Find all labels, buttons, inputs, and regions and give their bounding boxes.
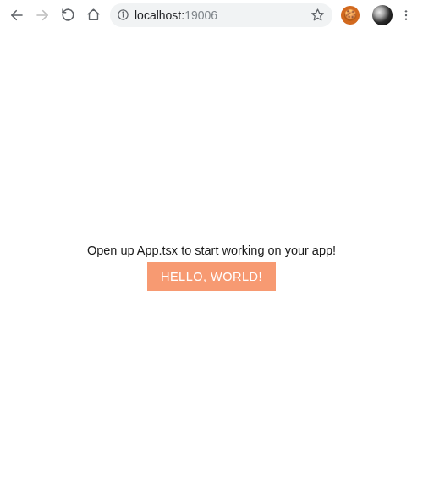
site-info-icon[interactable] <box>117 8 129 21</box>
star-icon <box>310 8 325 22</box>
svg-point-7 <box>405 14 407 15</box>
svg-point-8 <box>405 18 407 19</box>
toolbar-divider <box>365 8 365 23</box>
svg-marker-5 <box>311 9 323 20</box>
home-icon <box>86 8 101 22</box>
bookmark-button[interactable] <box>309 7 326 24</box>
cookie-icon: 🍪 <box>343 8 357 21</box>
arrow-right-icon <box>35 8 50 23</box>
instruction-text: Open up App.tsx to start working on your… <box>87 244 336 257</box>
forward-button[interactable] <box>30 3 54 27</box>
browser-menu-button[interactable] <box>394 3 418 27</box>
reload-icon <box>61 8 75 22</box>
svg-point-6 <box>405 10 407 12</box>
page-content: Open up App.tsx to start working on your… <box>0 30 423 504</box>
arrow-left-icon <box>9 8 25 23</box>
back-button[interactable] <box>5 3 29 27</box>
browser-toolbar: localhost:19006 🍪 <box>0 0 423 30</box>
svg-point-4 <box>123 12 124 13</box>
kebab-menu-icon <box>399 8 413 22</box>
profile-avatar[interactable] <box>372 5 393 25</box>
url-text: localhost:19006 <box>135 3 217 27</box>
address-bar[interactable]: localhost:19006 <box>110 3 332 27</box>
home-button[interactable] <box>81 3 105 27</box>
extension-button[interactable]: 🍪 <box>341 6 360 25</box>
hello-world-button[interactable]: HELLO, WORLD! <box>147 262 276 291</box>
reload-button[interactable] <box>56 3 80 27</box>
